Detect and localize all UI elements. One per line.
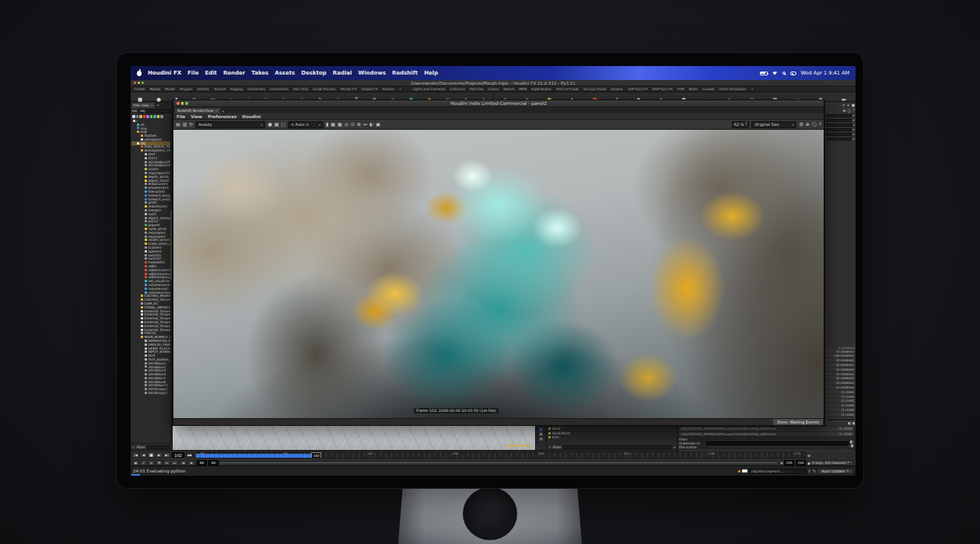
flag-swatch[interactable] [132, 115, 135, 118]
next-key-icon[interactable]: ► [188, 460, 195, 466]
renderview-tool-icon[interactable]: ▢ [281, 122, 285, 127]
param-field[interactable]: ⇄ [826, 114, 855, 117]
tab-redshift-renderview[interactable]: Redshift RenderView × [175, 108, 220, 113]
renderview-titlebar[interactable]: Houdini Indie Limited-Commercial - panel… [173, 100, 824, 107]
renderview-tool-icon[interactable]: ↻ [189, 122, 193, 127]
zoom-window-icon[interactable] [185, 102, 188, 105]
tree-filter-field[interactable] [147, 445, 170, 449]
renderview-tool-icon[interactable]: ⊕ [806, 122, 810, 127]
shelf-tab[interactable]: Grains [486, 86, 502, 92]
houdini-titlebar[interactable]: /Users/andre/Documents/Projects/Morph.hi… [131, 80, 856, 86]
playbar-toggle-icon[interactable]: ⌂ [148, 460, 155, 466]
message-bubble-icon[interactable] [742, 469, 747, 473]
sliver-icon[interactable]: ⓘ [847, 109, 851, 113]
renderview-tool-icon[interactable]: ↔ [363, 122, 367, 127]
renderview-tool-icon[interactable]: ⊕ [357, 122, 361, 127]
current-frame-field[interactable]: 102 [172, 452, 184, 458]
swap-icon[interactable]: ⇄ [852, 119, 855, 122]
zoom-window-icon[interactable] [142, 82, 144, 84]
renderview-tool-icon[interactable]: ◎ [345, 122, 348, 127]
menu-item[interactable]: Desktop [301, 70, 327, 76]
sliver-icon[interactable]: + [846, 103, 849, 107]
stepper-icon[interactable]: ▲▼ [745, 122, 747, 127]
frame-step-button[interactable]: ▪▪ [186, 452, 193, 458]
menubar-clock[interactable]: Wed Apr 1 9:41 AM [801, 70, 849, 76]
transport-button[interactable]: ▶| [163, 452, 170, 458]
display-size-select[interactable]: Original Size ▾ [751, 121, 796, 128]
renderview-tool-icon[interactable]: ? [819, 122, 821, 127]
param-field[interactable]: ⇄ [826, 128, 855, 131]
playbar-toggle-icon[interactable]: ▭ [171, 460, 178, 466]
control-center-icon[interactable] [790, 71, 796, 75]
auto-select[interactable]: < Auto > ▾ [288, 121, 324, 128]
close-tab-icon[interactable]: × [151, 103, 153, 108]
render-image[interactable]: Frame 102: 2026-02-06 20:03:50 (1m:54s) [173, 130, 824, 418]
close-icon[interactable] [134, 82, 136, 84]
playbar-toggle-icon[interactable]: ♪ [140, 460, 147, 466]
notification-dot-icon[interactable] [738, 470, 740, 473]
menu-item[interactable]: Takes [251, 70, 268, 76]
menu-item[interactable]: Edit [205, 70, 217, 76]
renderview-tool-icon[interactable]: ▮ [326, 122, 328, 127]
renderview-menu-item[interactable]: Preferences [208, 114, 236, 119]
flag-swatch[interactable] [157, 115, 160, 118]
network-row-child-count[interactable]: (1 child) [826, 413, 855, 417]
shelf-tab[interactable]: Wires [687, 86, 701, 92]
material-filter-field[interactable] [563, 445, 672, 449]
prev-key-icon[interactable]: ◄ [180, 460, 187, 466]
range-slider[interactable] [220, 460, 779, 466]
renderview-tool-icon[interactable]: ⓘ [812, 122, 817, 127]
flag-swatch[interactable] [146, 115, 149, 118]
scene-viewport-sliver[interactable]: Indie Edition [173, 426, 535, 450]
caret-down-icon[interactable]: ▾ [674, 445, 675, 449]
playbar-toggle-icon[interactable]: ≈ [163, 460, 170, 466]
renderview-menu-item[interactable]: File [177, 114, 185, 119]
flag-swatch[interactable] [143, 115, 146, 118]
param-field[interactable]: ⇄ [826, 133, 855, 136]
flag-swatch[interactable] [160, 115, 163, 118]
range-end2-field[interactable]: 240 [796, 460, 806, 466]
search-icon[interactable] [782, 71, 786, 75]
playbar-toggle-icon[interactable]: ⚙ [156, 460, 163, 466]
updown-icon[interactable]: ↕ [808, 469, 811, 473]
shelf-tab[interactable]: Constraints [268, 86, 292, 92]
wifi-icon[interactable] [772, 71, 778, 75]
range-start2-field[interactable]: 66 [208, 460, 219, 466]
param-field[interactable]: ⇄ [826, 138, 855, 141]
swap-icon[interactable]: ⇄ [852, 128, 855, 131]
flag-swatch[interactable] [139, 115, 142, 118]
zoom-level-stepper[interactable]: 62 % ▲▼ [732, 121, 750, 128]
shelf-tab[interactable]: Guide Process [311, 86, 339, 92]
renderview-tool-icon[interactable]: ▦ [275, 122, 279, 127]
renderview-tool-icon[interactable]: ⊙ [351, 122, 355, 127]
renderview-menu-item[interactable]: Houdini [242, 114, 261, 119]
renderview-tool-icon[interactable]: ▥ [183, 122, 187, 127]
playbar-toggle-icon[interactable]: ◉ [132, 460, 139, 466]
sliver-icon[interactable]: ↗ [842, 103, 845, 107]
auto-update-select[interactable]: Auto Update ↕ [817, 469, 853, 474]
tree-path-field[interactable]: obj [138, 109, 171, 113]
refresh-icon[interactable]: ↻ [813, 469, 816, 473]
range-start-field[interactable]: 66 [197, 460, 207, 466]
scene-filter-input[interactable] [706, 441, 849, 445]
menu-item[interactable]: File [187, 70, 198, 76]
half-shade-icon[interactable]: ◐ [848, 422, 851, 426]
aov-select[interactable]: beauty ▾ [195, 121, 265, 128]
shelf-tab[interactable]: Simple FX [359, 86, 380, 92]
minimize-icon[interactable] [181, 102, 184, 105]
menu-item[interactable]: Render [223, 70, 245, 76]
flag-swatch[interactable] [153, 115, 156, 118]
shelf-tab[interactable]: + [397, 86, 404, 92]
current-node-path-field[interactable]: /obj/Atmospheric_... [749, 469, 807, 474]
renderview-tool-icon[interactable]: ● [268, 122, 271, 127]
tree-node[interactable]: attribcopy2 [131, 391, 172, 395]
minimize-icon[interactable] [138, 82, 140, 84]
checkmark-icon[interactable]: ✓ [132, 445, 135, 449]
renderview-tool-icon[interactable]: ▩ [338, 122, 342, 127]
menu-item[interactable]: Assets [275, 70, 295, 76]
sliver-icon[interactable]: ● [852, 103, 855, 107]
tree-scrollbar[interactable] [170, 119, 172, 443]
shelf-tab[interactable]: Crowds [701, 86, 717, 92]
key-icon[interactable]: ◆ [807, 461, 810, 466]
checkmark-icon[interactable]: ✓ [548, 445, 551, 449]
